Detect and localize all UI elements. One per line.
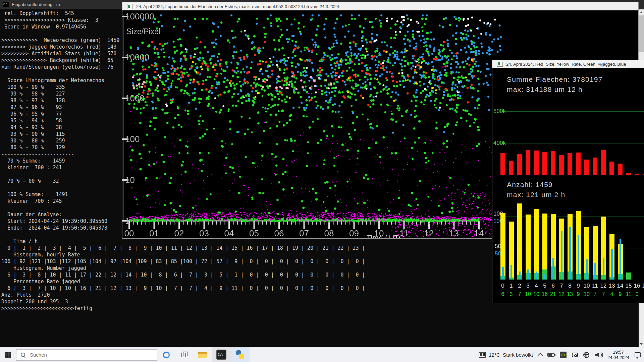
rate-pct-label: 7 [518,291,521,297]
weather-widget[interactable]: 12°C Stark bewölkt [479,352,533,358]
scrollbar-up-icon[interactable] [639,9,644,15]
area-bar [526,150,530,175]
area-bar [559,155,564,175]
rate-x-label: 3 [526,283,529,289]
console-title: Eingabeaufforderung - m [12,2,60,7]
rate-x-label: 6 [551,283,554,289]
area-grid-label: 400k [493,140,506,146]
x-tick-label: 03 [199,228,209,238]
rate-x-label: 15 [626,283,632,289]
x-tick-label: 00 [124,228,134,238]
statistics-panel-window: 24. April 2024, Red=Size, Yellow=Rate, G… [492,60,644,303]
area-bar [643,174,644,175]
rate-x-label: 1 [509,283,513,289]
terminal-icon: C:\_ [216,350,226,360]
task-view-button[interactable] [176,347,193,362]
start-button[interactable] [0,347,16,362]
rate-bar-blue [552,258,554,280]
rate-bar-blue [620,239,621,280]
rate-pct-label: 0 [636,291,639,297]
rate-bar-blue [578,235,579,280]
console-taskbar-button[interactable]: C:\_ [212,347,231,362]
area-bar [635,174,639,175]
windows-logo-icon [5,352,11,358]
rate-bar-blue [603,258,604,280]
system-tray: 12°C Stark bewölkt 19:57 24.04.2024 [479,347,644,362]
rate-pct-label: 9 [577,291,580,297]
x-tick-label: 07 [299,228,309,238]
area-bar [509,161,514,175]
x-tick-label: 04 [224,228,234,238]
rate-pct-label: 21 [550,291,556,297]
network-icon[interactable] [583,352,589,358]
search-input[interactable] [29,352,131,358]
file-explorer-button[interactable] [193,347,212,362]
clock-time: 19:57 [607,350,629,355]
rate-pct-label: 7 [602,291,605,297]
battery-icon[interactable] [547,353,554,357]
action-center-icon[interactable] [635,352,641,357]
rate-bar-yellow [534,209,539,280]
cortana-button[interactable] [157,347,176,362]
rate-pct-label: 16 [542,291,548,297]
area-bar [576,153,581,175]
rate-bar-blue [561,231,562,280]
rate-x-label: 9 [577,283,580,289]
area-bar [542,152,547,175]
x-tick-label: 02 [174,228,184,238]
area-gridline [505,143,644,143]
nvidia-icon[interactable] [560,352,567,358]
taskbar-search[interactable] [16,349,157,361]
plot-title: 24. April 2024, Logarithmus der Flaechen… [136,4,339,9]
rate-pct-label: 10 [533,291,539,297]
rate-bar-blue [544,274,546,280]
rate-x-label: 8 [568,283,571,289]
rate-x-label: 10 [584,283,590,289]
y-tick-label: 1000 [125,93,145,104]
image-icon [127,4,133,9]
x-tick-label: 05 [249,228,259,238]
rate-bar-blue [519,272,521,280]
scrollbar-down-icon[interactable] [639,341,644,347]
area-bar [626,173,631,175]
search-icon [20,352,26,358]
rate-pct-label: 4 [610,291,613,297]
rate-pct-label: 3 [510,291,513,297]
rate-gridline [502,217,644,217]
python-taskbar-button[interactable] [231,347,250,362]
rate-x-label: 0 [501,283,504,289]
x-tick-label: 12 [424,228,434,238]
image-icon [497,62,503,67]
area-bar [601,150,606,175]
area-bar [593,158,597,175]
task-view-icon [181,352,188,358]
rate-x-label: 11 [592,283,598,289]
x-tick-label: 09 [349,228,359,238]
area-bar [500,153,505,175]
x-axis-label: Time / UTC [367,234,404,238]
news-icon [479,352,486,358]
area-bar [517,154,522,175]
rate-bar-blue [569,227,571,280]
speaker-icon[interactable] [595,352,602,358]
scrollbar-thumb[interactable] [639,15,644,52]
rate-x-label: 13 [609,283,615,289]
rate-x-label: 4 [535,283,538,289]
chevron-up-icon[interactable] [538,353,543,358]
plot-titlebar[interactable]: 24. April 2024, Logarithmus der Flaechen… [122,2,638,10]
summe-max-text: max: 314188 um 12 h [507,85,583,94]
panel-titlebar[interactable]: 24. April 2024, Red=Size, Yellow=Rate, G… [492,60,644,68]
rate-bar-blue [536,272,537,280]
rate-pct-label: 11 [626,291,632,297]
y-tick-label: 100 [125,134,140,144]
taskbar-clock[interactable]: 19:57 24.04.2024 [607,350,629,360]
rate-x-label: 2 [518,283,521,289]
y-tick-label: 10 [125,175,135,185]
rate-bar-blue [502,267,504,280]
weather-text: Stark bewölkt [503,352,533,358]
camera-icon[interactable] [572,353,578,357]
rate-bar-blue [511,265,512,280]
rate-x-label: 14 [617,283,624,289]
folder-icon [198,352,207,358]
rate-bar-yellow [517,203,522,280]
